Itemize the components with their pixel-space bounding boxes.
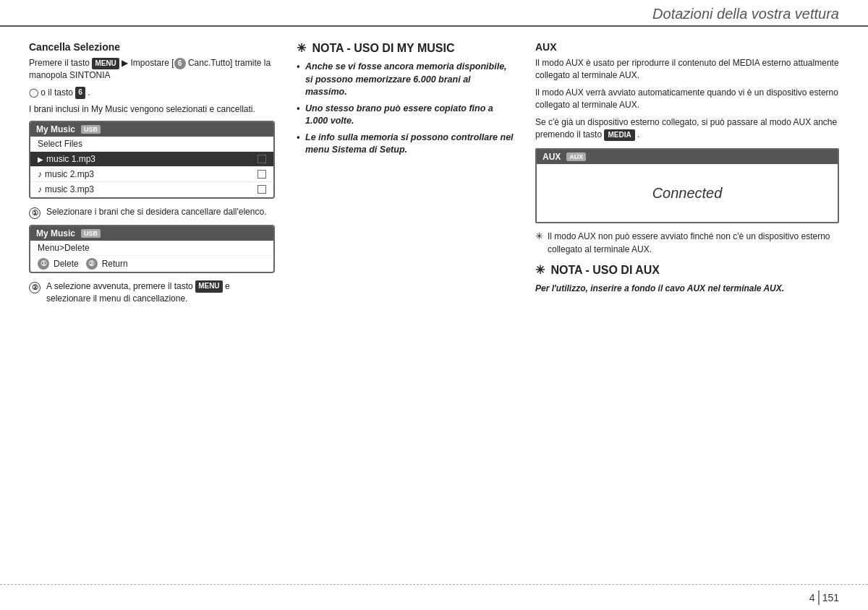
- nota2-star: ✳: [535, 264, 545, 276]
- arrow-icon: ▶: [38, 155, 43, 163]
- screen2-header: My Music USB: [30, 226, 273, 241]
- aux-screen-badge: AUX: [566, 152, 586, 161]
- aux-para1: Il modo AUX è usato per riprodurre il co…: [535, 57, 839, 82]
- screen1-row-select: Select Files: [30, 137, 273, 152]
- col-left: Cancella Selezione Premere il tasto MENU…: [29, 41, 275, 557]
- header-bar: Dotazioni della vostra vettura: [0, 0, 868, 27]
- screen1-row-music2: ♪music 2.mp3: [30, 167, 273, 182]
- aux-note: ✳ Il modo AUX non può essere avviato fin…: [535, 231, 839, 256]
- footer: 4 151: [0, 584, 868, 610]
- screen2-title: My Music: [36, 228, 75, 239]
- media-badge: MEDIA: [604, 129, 634, 142]
- step1: ① Selezionare i brani che si desidera ca…: [29, 206, 275, 219]
- step2-text: A selezione avvenuta, premere il tasto M…: [46, 280, 275, 306]
- screen2-usb-badge: USB: [81, 229, 101, 238]
- aux-screen-body: Connected: [537, 164, 838, 222]
- checkbox-1: [258, 155, 266, 163]
- left-or-para: ◯ o il tasto 6 .: [29, 87, 275, 99]
- bullet-item-2: Uno stesso brano può essere copiato fino…: [297, 103, 514, 128]
- arrow-text: ▶ Impostare [: [122, 58, 174, 68]
- screen2-body: Menu>Delete ① Delete ② Return: [30, 241, 273, 272]
- left-desc: I brani inclusi in My Music vengono sele…: [29, 103, 275, 116]
- num6-badge: 6: [174, 58, 186, 69]
- music-note-3: ♪: [38, 184, 42, 194]
- left-intro-para: Premere il tasto MENU ▶ Impostare [6 Can…: [29, 57, 275, 82]
- left-section-heading: Cancella Selezione: [29, 41, 275, 53]
- step2-num: ②: [29, 282, 41, 293]
- aux-screen-header: AUX AUX: [537, 150, 838, 164]
- delete-label: Delete: [54, 259, 79, 269]
- step1-num: ①: [29, 207, 41, 219]
- menu-badge-1: MENU: [92, 58, 119, 70]
- step1-text: Selezionare i brani che si desidera canc…: [46, 206, 266, 218]
- aux-screen-label: AUX: [542, 152, 561, 162]
- delete-num: ①: [38, 258, 49, 270]
- music-note-2: ♪: [38, 169, 42, 179]
- page-section: 4: [809, 592, 815, 603]
- bullet-item-1: Anche se vi fosse ancora memoria disponi…: [297, 61, 514, 99]
- checkbox-3: [258, 185, 266, 194]
- screen1-usb-badge: USB: [81, 125, 101, 134]
- aux-screen: AUX AUX Connected: [535, 148, 839, 223]
- aux-heading: AUX: [535, 41, 839, 53]
- page-num: 151: [822, 592, 839, 603]
- nota-bullet-list: Anche se vi fosse ancora memoria disponi…: [297, 61, 514, 157]
- aux-note-text: Il modo AUX non può essere avviato finch…: [548, 231, 839, 256]
- intro-text: Premere il tasto: [29, 58, 90, 68]
- menu-delete-label: Menu>Delete: [38, 243, 90, 253]
- main-content: Cancella Selezione Premere il tasto MENU…: [0, 27, 868, 564]
- return-label: Return: [102, 259, 128, 269]
- bullet-item-3: Le info sulla memoria si possono control…: [297, 132, 514, 157]
- col-right: AUX Il modo AUX è usato per riprodurre i…: [535, 41, 839, 557]
- menu-badge-step2: MENU: [195, 280, 222, 293]
- nota-title: NOTA - USO DI MY MUSIC: [312, 42, 454, 54]
- aux-note-star: ✳: [535, 231, 543, 256]
- screen1-row-music3: ♪music 3.mp3: [30, 182, 273, 197]
- screen1-row-music1: ▶music 1.mp3: [30, 152, 273, 167]
- nota2-heading: ✳ NOTA - USO DI AUX: [535, 263, 839, 277]
- aux-para2: Il modo AUX verrà avviato automaticament…: [535, 87, 839, 112]
- action-row: ① Delete ② Return: [30, 256, 273, 272]
- screen1-title: My Music: [36, 124, 75, 134]
- select-files-label: Select Files: [38, 139, 82, 149]
- checkbox-2: [258, 170, 266, 179]
- menu-delete-row: Menu>Delete: [30, 241, 273, 256]
- page-separator: [818, 590, 820, 605]
- my-music-screen-1: My Music USB Select Files ▶music 1.mp3 ♪…: [29, 121, 275, 199]
- page-title: Dotazioni della vostra vettura: [652, 6, 839, 22]
- step2: ② A selezione avvenuta, premere il tasto…: [29, 280, 275, 306]
- nota2-title: NOTA - USO DI AUX: [550, 264, 660, 276]
- return-num: ②: [86, 258, 98, 270]
- aux-connected-text: Connected: [652, 185, 723, 202]
- screen1-body: Select Files ▶music 1.mp3 ♪music 2.mp3 ♪…: [30, 137, 273, 197]
- screen1-header: My Music USB: [30, 122, 273, 137]
- my-music-screen-2: My Music USB Menu>Delete ① Delete ② Retu…: [29, 225, 275, 273]
- col-mid: ✳ NOTA - USO DI MY MUSIC Anche se vi fos…: [297, 41, 514, 557]
- aux-para3: Se c'è già un dispositivo esterno colleg…: [535, 116, 839, 142]
- nota-star: ✳: [297, 42, 306, 54]
- return-btn: ② Return: [86, 258, 128, 270]
- nota-heading: ✳ NOTA - USO DI MY MUSIC: [297, 41, 514, 55]
- nota2-text: Per l'utilizzo, inserire a fondo il cavo…: [535, 283, 839, 295]
- num6-badge-2: 6: [75, 87, 85, 99]
- delete-btn: ① Delete: [38, 258, 79, 270]
